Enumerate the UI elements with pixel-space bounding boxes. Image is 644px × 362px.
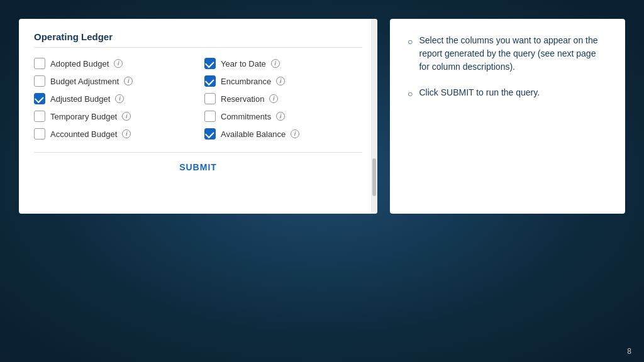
label-adjusted-budget: Adjusted Budget bbox=[50, 94, 110, 104]
bullet-2: ○ bbox=[408, 87, 413, 101]
info-adopted-budget-icon[interactable]: i bbox=[114, 59, 123, 68]
page-number: 8 bbox=[627, 347, 631, 356]
info-available-balance-icon[interactable]: i bbox=[291, 129, 299, 138]
checkbox-encumbrance-box[interactable] bbox=[204, 75, 216, 87]
info-text-1: Select the columns you want to appear on… bbox=[419, 34, 608, 74]
info-budget-adjustment-icon[interactable]: i bbox=[124, 77, 133, 85]
info-item-2: ○ Click SUBMIT to run the query. bbox=[408, 86, 608, 101]
scrollbar[interactable] bbox=[371, 19, 377, 214]
checkbox-commitments-box[interactable] bbox=[204, 111, 216, 122]
checkbox-temporary-budget-box[interactable] bbox=[34, 111, 45, 122]
main-container: Operating Ledger Adopted Budget i Year t… bbox=[0, 0, 644, 362]
checkbox-accounted-budget[interactable]: Accounted Budget i bbox=[34, 128, 192, 140]
label-year-to-date: Year to Date bbox=[221, 59, 266, 69]
form-panel: Operating Ledger Adopted Budget i Year t… bbox=[19, 19, 377, 214]
checkbox-year-to-date[interactable]: Year to Date i bbox=[204, 58, 362, 69]
label-available-balance: Available Balance bbox=[221, 129, 286, 139]
checkbox-reservation-box[interactable] bbox=[204, 93, 216, 104]
checkbox-budget-adjustment[interactable]: Budget Adjustment i bbox=[34, 75, 192, 87]
form-title: Operating Ledger bbox=[34, 31, 362, 48]
label-temporary-budget: Temporary Budget bbox=[50, 112, 117, 121]
info-panel: ○ Select the columns you want to appear … bbox=[390, 19, 625, 214]
checkbox-available-balance[interactable]: Available Balance i bbox=[204, 128, 362, 140]
info-year-to-date-icon[interactable]: i bbox=[271, 59, 280, 68]
checkbox-budget-adjustment-box[interactable] bbox=[34, 75, 45, 87]
label-adopted-budget: Adopted Budget bbox=[50, 59, 109, 69]
checkbox-temporary-budget[interactable]: Temporary Budget i bbox=[34, 111, 192, 122]
label-encumbrance: Encumbrance bbox=[221, 77, 271, 86]
submit-row: SUBMIT bbox=[34, 152, 362, 173]
checkbox-available-balance-box[interactable] bbox=[204, 128, 216, 140]
submit-button[interactable]: SUBMIT bbox=[179, 162, 217, 172]
info-list: ○ Select the columns you want to appear … bbox=[408, 34, 608, 101]
info-temporary-budget-icon[interactable]: i bbox=[122, 112, 131, 121]
info-accounted-budget-icon[interactable]: i bbox=[122, 129, 131, 138]
checkbox-encumbrance[interactable]: Encumbrance i bbox=[204, 75, 362, 87]
label-reservation: Reservation bbox=[221, 94, 264, 104]
info-text-2: Click SUBMIT to run the query. bbox=[419, 86, 540, 99]
checkbox-adjusted-budget-box[interactable] bbox=[34, 93, 45, 104]
checkbox-reservation[interactable]: Reservation i bbox=[204, 93, 362, 104]
checkbox-adopted-budget-box[interactable] bbox=[34, 58, 45, 69]
label-commitments: Commitments bbox=[221, 112, 271, 121]
checkbox-accounted-budget-box[interactable] bbox=[34, 128, 45, 140]
info-commitments-icon[interactable]: i bbox=[276, 112, 285, 121]
scroll-thumb[interactable] bbox=[372, 158, 376, 196]
info-item-1: ○ Select the columns you want to appear … bbox=[408, 34, 608, 74]
checkbox-adopted-budget[interactable]: Adopted Budget i bbox=[34, 58, 192, 69]
checkbox-year-to-date-box[interactable] bbox=[204, 58, 216, 69]
label-budget-adjustment: Budget Adjustment bbox=[50, 77, 119, 86]
columns-grid: Adopted Budget i Year to Date i Budget A… bbox=[34, 58, 362, 140]
label-accounted-budget: Accounted Budget bbox=[50, 129, 117, 139]
checkbox-commitments[interactable]: Commitments i bbox=[204, 111, 362, 122]
info-adjusted-budget-icon[interactable]: i bbox=[115, 94, 124, 103]
info-reservation-icon[interactable]: i bbox=[269, 94, 278, 103]
checkbox-adjusted-budget[interactable]: Adjusted Budget i bbox=[34, 93, 192, 104]
bullet-1: ○ bbox=[408, 35, 413, 48]
info-encumbrance-icon[interactable]: i bbox=[276, 77, 285, 85]
